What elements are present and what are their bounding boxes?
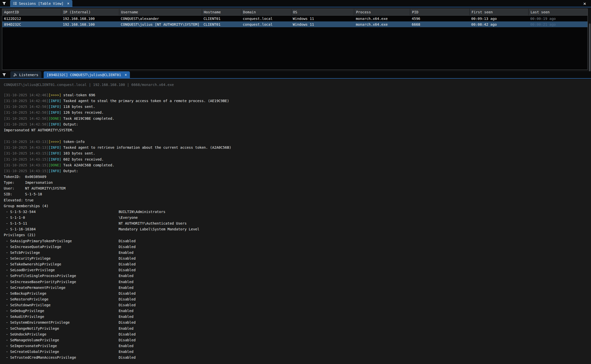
agent-context-line: CONQUEST\julius@CLIENT01.conquest.local … <box>4 82 591 87</box>
console-line: TokenID: 0x00389A09 <box>4 174 591 180</box>
sessions-table-header: AgentIDIP (Internal)UsernameHostnameDoma… <box>2 9 587 16</box>
tab-close-icon[interactable]: × <box>125 73 127 77</box>
console-line: - SeUndockPrivilege Disabled <box>4 331 591 337</box>
console-line: [31-10-2025 14:42:46][>>>>] steal-token … <box>4 92 591 98</box>
console-line: - SeManageVolumePrivilege Disabled <box>4 337 591 343</box>
console-line: - SeProfileSingleProcessPrivilege Enable… <box>4 273 591 279</box>
table-cell: 6668 <box>410 21 469 27</box>
tab-label: Sessions [Table View] <box>19 2 64 6</box>
console-line: - SeTrustedCredManAccessPrivilege Disabl… <box>4 355 591 360</box>
agent-console[interactable]: CONQUEST\julius@CLIENT01.conquest.local … <box>0 79 591 364</box>
funnel-icon <box>2 73 6 77</box>
console-line: - SeSecurityPrivilege Disabled <box>4 256 591 261</box>
column-header[interactable]: First seen <box>469 9 528 15</box>
tab-agent-session[interactable]: [894D232C] CONQUEST\julius@CLIENT01 × <box>44 71 130 78</box>
console-line: - SeRestorePrivilege Disabled <box>4 296 591 302</box>
table-cell: 192.168.168.100 <box>61 21 119 27</box>
table-cell: CLIENT01 <box>202 21 241 27</box>
console-line: - S-1-5-11 NT AUTHORITY\Authenticated Us… <box>4 221 591 226</box>
console-line: Impersonated NT AUTHORITY\SYSTEM. <box>4 127 591 133</box>
filter-button[interactable] <box>0 0 8 7</box>
console-line: [31-10-2025 14:42:50][DONE] Task AE19C9B… <box>4 116 591 122</box>
table-cell: Windows 11 <box>291 16 354 21</box>
table-cell: conquest.local <box>241 16 291 21</box>
console-line: - SeCreatePermanentPrivilege Enabled <box>4 285 591 291</box>
console-line: - SeAuditPrivilege Enabled <box>4 314 591 320</box>
table-cell: 00:09:13 ago <box>469 16 528 21</box>
console-line: Elevated: true <box>4 197 591 203</box>
sessions-table-body: 6122D212192.168.168.100CONQUEST\alexande… <box>2 16 587 27</box>
table-cell: CONQUEST\julius [NT AUTHORITY\SYSTEM] <box>119 21 202 27</box>
table-cell: 00:00:21 ago <box>528 21 587 27</box>
console-line: [31-10-2025 14:42:46][INFO] Tasked agent… <box>4 98 591 104</box>
console-line: [31-10-2025 14:42:50][INFO] Output: <box>4 122 591 127</box>
table-row[interactable]: 6122D212192.168.168.100CONQUEST\alexande… <box>2 16 587 21</box>
column-header[interactable]: Last seen <box>528 9 587 15</box>
console-line: [31-10-2025 14:43:13][INFO] Tasked agent… <box>4 145 591 150</box>
console-line: Group memberships (4) <box>4 203 591 209</box>
sessions-tabbar: Sessions [Table View] × × <box>0 0 591 7</box>
table-cell: Windows 11 <box>291 21 354 27</box>
console-line: User: NT AUTHORITY\SYSTEM <box>4 186 591 191</box>
table-cell: 00:00:19 ago <box>528 16 587 21</box>
column-header[interactable]: OS <box>291 9 354 15</box>
console-line: [31-10-2025 14:43:15][DONE] Task A2A0C56… <box>4 162 591 168</box>
table-cell: conquest.local <box>241 21 291 27</box>
column-header[interactable]: Hostname <box>202 9 241 15</box>
table-row[interactable]: 894D232C192.168.168.100CONQUEST\julius [… <box>2 21 587 27</box>
console-line: - S-1-16-16384 Mandatory Label\System Ma… <box>4 226 591 232</box>
console-line: [31-10-2025 14:42:50][INFO] 118 bytes se… <box>4 104 591 110</box>
funnel-icon <box>2 2 6 6</box>
console-line: - SeCreateGlobalPrivilege Enabled <box>4 349 591 355</box>
console-line: Type: Impersonation <box>4 180 591 186</box>
tab-label: [894D232C] CONQUEST\julius@CLIENT01 <box>47 73 121 77</box>
column-header[interactable]: AgentID <box>2 9 61 15</box>
console-line: SID: S-1-5-18 <box>4 191 591 197</box>
table-cell: monarch.x64.exe <box>354 21 410 27</box>
table-cell: 192.168.168.100 <box>61 16 119 21</box>
window-close-icon[interactable]: × <box>581 0 588 7</box>
broadcast-icon <box>13 73 17 77</box>
tab-listeners[interactable]: Listeners <box>10 71 41 78</box>
sessions-table: AgentIDIP (Internal)UsernameHostnameDoma… <box>2 9 588 70</box>
console-line: - SeDebugPrivilege Enabled <box>4 308 591 314</box>
console-line: - SeImpersonatePrivilege Enabled <box>4 343 591 349</box>
console-line: [31-10-2025 14:43:15][INFO] 103 bytes se… <box>4 150 591 156</box>
console-line: [31-10-2025 14:42:50][INFO] 126 bytes re… <box>4 110 591 115</box>
console-line: - SeBackupPrivilege Disabled <box>4 291 591 296</box>
column-header[interactable]: IP (Internal) <box>61 9 119 15</box>
column-header[interactable]: Username <box>119 9 202 15</box>
console-line: [31-10-2025 14:43:15][INFO] Output: <box>4 168 591 174</box>
table-cell: monarch.x64.exe <box>354 16 410 21</box>
console-line <box>4 133 591 139</box>
table-cell: 894D232C <box>2 21 61 27</box>
console-output: [31-10-2025 14:42:46][>>>>] steal-token … <box>4 92 591 360</box>
tab-sessions-table-view[interactable]: Sessions [Table View] × <box>10 0 72 7</box>
column-header[interactable]: Process <box>354 9 410 15</box>
console-line: - SeLoadDriverPrivilege Disabled <box>4 267 591 273</box>
console-line: - SeChangeNotifyPrivilege Enabled <box>4 326 591 331</box>
console-line: - SeIncreaseBasePriorityPrivilege Enable… <box>4 279 591 285</box>
column-header[interactable]: PID <box>410 9 469 15</box>
tab-label: Listeners <box>19 73 38 77</box>
console-line: - S-1-5-32-544 BUILTIN\Administrators <box>4 209 591 215</box>
console-line: - SeIncreaseQuotaPrivilege Disabled <box>4 244 591 250</box>
console-line: [31-10-2025 14:43:13][>>>>] token-info <box>4 139 591 145</box>
list-icon <box>13 2 17 5</box>
table-cell: 00:08:42 ago <box>469 21 528 27</box>
column-header[interactable]: Domain <box>241 9 291 15</box>
filter-button[interactable] <box>0 71 8 78</box>
console-line: - SeAssignPrimaryTokenPrivilege Disabled <box>4 238 591 244</box>
console-tabbar: Listeners [894D232C] CONQUEST\julius@CLI… <box>0 71 591 79</box>
table-cell: CONQUEST\alexander <box>119 16 202 21</box>
table-cell: CLIENT01 <box>202 16 241 21</box>
console-line: - S-1-1-0 \Everyone <box>4 215 591 221</box>
console-line: - SeTcbPrivilege Enabled <box>4 250 591 256</box>
tab-close-icon[interactable]: × <box>67 1 69 6</box>
table-cell: 6122D212 <box>2 16 61 21</box>
console-line: [31-10-2025 14:43:15][INFO] 602 bytes re… <box>4 157 591 162</box>
vertical-scrollbar-thumb[interactable] <box>589 23 590 71</box>
console-line: Privileges (21) <box>4 232 591 238</box>
console-line: - SeSystemEnvironmentPrivilege Disabled <box>4 320 591 325</box>
table-cell: 4596 <box>410 16 469 21</box>
